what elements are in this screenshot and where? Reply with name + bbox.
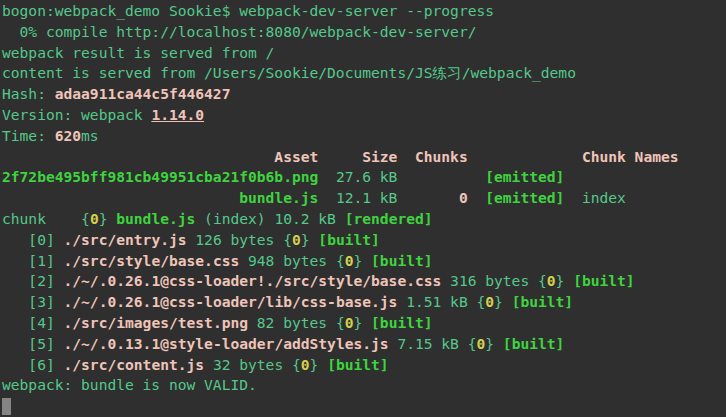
chunk-id: 0 [301,356,310,373]
terminal-line: Asset Size Chunks Chunk Names [2,147,726,168]
module-path: ./~/.0.26.1@css-loader!./src/style/base.… [64,272,442,289]
emitted-badge: [emitted] [485,168,564,185]
terminal-output[interactable]: bogon:webpack_demo Sookie$ webpack-dev-s… [0,0,726,417]
terminal-line: [0] ./src/entry.js 126 bytes {0} [built] [2,230,726,251]
module-id: [5] [2,335,64,352]
module-size: 32 bytes { [204,356,301,373]
padding [2,189,239,206]
terminal-line: [2] ./~/.0.26.1@css-loader!./src/style/b… [2,271,726,292]
padding [468,189,486,206]
emitted-badge: [emitted] [485,189,564,206]
module-path: ./src/content.js [64,356,205,373]
terminal-line: Hash: adaa911ca44c5f446427 [2,84,726,105]
hash-value: adaa911ca44c5f446427 [55,85,231,102]
module-id: [2] [2,272,64,289]
brace: } [310,356,328,373]
module-id: [4] [2,314,64,331]
terminal-line: webpack: bundle is now VALID. [2,375,726,396]
module-id: [6] [2,356,64,373]
chunk-id: 0 [547,272,556,289]
terminal-line: [1] ./src/style/base.css 948 bytes {0} [… [2,251,726,272]
module-size: 82 bytes { [248,314,345,331]
brace: } [99,210,117,227]
version-label: Version: webpack [2,106,151,123]
brace: } [485,335,503,352]
rendered-badge: [rendered] [345,210,433,227]
chunk-file: bundle.js [116,210,195,227]
time-label: Time: [2,127,55,144]
built-badge: [built] [327,356,389,373]
terminal-line: [5] ./~/.0.13.1@style-loader/addStyles.j… [2,334,726,355]
built-badge: [built] [503,335,565,352]
built-badge: [built] [371,314,433,331]
terminal-line: bogon:webpack_demo Sookie$ webpack-dev-s… [2,1,726,22]
brace: } [556,272,574,289]
chunk-id: 0 [485,293,494,310]
chunk-id: 0 [90,210,99,227]
module-size: 948 bytes { [239,252,344,269]
built-badge: [built] [318,231,380,248]
terminal-line: 2f72be495bff981cb49951cba21f0b6b.png 27.… [2,167,726,188]
terminal-line: [4] ./src/images/test.png 82 bytes {0} [… [2,313,726,334]
chunk-id: 0 [459,189,468,206]
terminal-line: [3] ./~/.0.26.1@css-loader/lib/css-base.… [2,292,726,313]
module-path: ./~/.0.26.1@css-loader/lib/css-base.js [64,293,398,310]
progress-line: 0% compile http://localhost:8080/webpack… [2,23,476,40]
asset-table-header: Asset Size Chunks Chunk Names [2,148,679,165]
chunk-name: index [564,189,626,206]
brace: } [494,293,512,310]
module-size: 1.51 kB { [397,293,485,310]
brace: } [353,314,371,331]
module-path: ./src/images/test.png [64,314,249,331]
module-size: 316 bytes { [441,272,546,289]
terminal-line: bundle.js 12.1 kB 0 [emitted] index [2,188,726,209]
module-path: ./src/entry.js [64,231,187,248]
terminal-line: Version: webpack 1.14.0 [2,105,726,126]
terminal-cursor [2,398,11,415]
built-badge: [built] [371,252,433,269]
terminal-line [2,396,726,417]
time-value: 620 [55,127,81,144]
terminal-line: [6] ./src/content.js 32 bytes {0} [built… [2,355,726,376]
module-size: 126 bytes { [187,231,292,248]
chunk-info: (index) 10.2 kB [195,210,344,227]
terminal-line: Time: 620ms [2,126,726,147]
module-path: ./~/.0.13.1@style-loader/addStyles.js [64,335,389,352]
chunk-label: chunk { [2,210,90,227]
chunk-id: 0 [476,335,485,352]
served-from-line: webpack result is served from / [2,44,274,61]
brace: } [301,231,319,248]
hash-label: Hash: [2,85,55,102]
terminal-line: content is served from /Users/Sookie/Doc… [2,63,726,84]
version-value: 1.14.0 [151,106,204,123]
module-path: ./src/style/base.css [64,252,240,269]
module-id: [0] [2,231,64,248]
terminal-line: chunk {0} bundle.js (index) 10.2 kB [ren… [2,209,726,230]
bundle-valid-line: webpack: bundle is now VALID. [2,376,257,393]
content-path-line: content is served from /Users/Sookie/Doc… [2,64,576,81]
built-badge: [built] [512,293,574,310]
terminal-line: webpack result is served from / [2,43,726,64]
asset-size: 27.6 kB [318,168,485,185]
terminal-window: bogon:webpack_demo Sookie$ webpack-dev-s… [0,0,726,417]
chunk-id: 0 [292,231,301,248]
asset-size: 12.1 kB [318,189,459,206]
module-id: [1] [2,252,64,269]
module-size: 7.15 kB { [389,335,477,352]
terminal-line: 0% compile http://localhost:8080/webpack… [2,22,726,43]
shell-prompt-and-command: bogon:webpack_demo Sookie$ webpack-dev-s… [2,2,494,19]
time-unit: ms [81,127,99,144]
built-badge: [built] [573,272,635,289]
asset-name-png: 2f72be495bff981cb49951cba21f0b6b.png [2,168,318,185]
brace: } [353,252,371,269]
module-id: [3] [2,293,64,310]
asset-name-bundle: bundle.js [239,189,318,206]
